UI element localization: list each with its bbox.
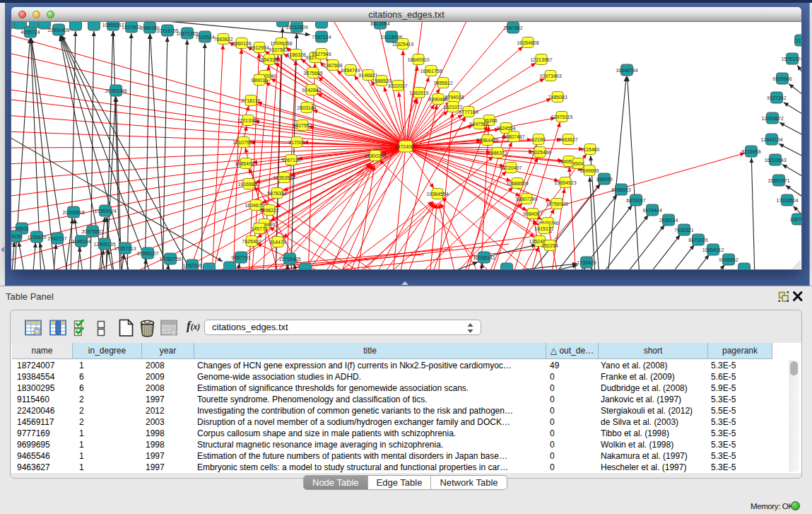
svg-text:9227342: 9227342 xyxy=(767,95,786,100)
svg-text:7663822: 7663822 xyxy=(213,37,233,42)
svg-text:15136141: 15136141 xyxy=(473,255,495,260)
svg-text:9115460: 9115460 xyxy=(581,147,600,152)
svg-text:1362615: 1362615 xyxy=(409,90,428,95)
svg-text:10654112: 10654112 xyxy=(702,247,724,252)
svg-text:1733426: 1733426 xyxy=(577,260,596,265)
svg-text:16543362: 16543362 xyxy=(258,57,280,62)
svg-text:39159: 39159 xyxy=(11,234,23,239)
svg-text:8322037: 8322037 xyxy=(388,83,407,88)
svg-text:16961758: 16961758 xyxy=(420,69,442,74)
svg-text:1588520: 1588520 xyxy=(372,78,391,83)
svg-text:10807487: 10807487 xyxy=(502,134,524,139)
svg-text:9245652: 9245652 xyxy=(719,257,738,262)
svg-text:9699695: 9699695 xyxy=(579,168,599,173)
svg-text:16033809: 16033809 xyxy=(286,25,307,30)
svg-text:18807249: 18807249 xyxy=(515,197,537,201)
svg-text:3824554: 3824554 xyxy=(496,126,515,131)
svg-text:20364486: 20364486 xyxy=(476,138,498,143)
svg-text:8454749: 8454749 xyxy=(341,68,360,73)
svg-text:16648784: 16648784 xyxy=(616,68,637,73)
svg-text:8427552: 8427552 xyxy=(293,123,312,128)
svg-text:2803144: 2803144 xyxy=(297,105,316,110)
svg-text:8938923: 8938923 xyxy=(611,187,630,192)
svg-text:19384554: 19384554 xyxy=(426,192,448,197)
svg-text:8471676: 8471676 xyxy=(688,238,707,243)
svg-text:19854923: 19854923 xyxy=(235,161,257,166)
svg-text:7515524: 7515524 xyxy=(195,35,214,40)
svg-text:1156829: 1156829 xyxy=(28,235,47,240)
svg-text:9777169: 9777169 xyxy=(459,110,478,115)
svg-text:1112: 1112 xyxy=(796,38,801,43)
svg-text:1615132: 1615132 xyxy=(534,226,553,231)
svg-text:164095: 164095 xyxy=(596,177,612,182)
svg-text:12444134: 12444134 xyxy=(760,137,782,142)
svg-text:20691406: 20691406 xyxy=(47,28,69,33)
svg-text:12213369: 12213369 xyxy=(237,118,259,123)
svg-text:10973493: 10973493 xyxy=(539,74,561,78)
svg-text:9463627: 9463627 xyxy=(558,137,577,142)
svg-text:9904: 9904 xyxy=(572,161,584,166)
svg-text:15720407: 15720407 xyxy=(500,165,522,170)
svg-text:4055724: 4055724 xyxy=(20,30,40,35)
svg-text:5878332: 5878332 xyxy=(267,191,286,196)
svg-text:10025488: 10025488 xyxy=(529,150,551,155)
svg-text:9327546: 9327546 xyxy=(312,52,331,57)
svg-text:8186328: 8186328 xyxy=(286,52,305,57)
svg-text:9657791: 9657791 xyxy=(231,255,250,260)
svg-text:2718176: 2718176 xyxy=(241,98,260,103)
svg-text:16210643: 16210643 xyxy=(764,158,786,163)
svg-text:6794028: 6794028 xyxy=(445,95,464,100)
svg-text:8813054: 8813054 xyxy=(370,22,389,26)
svg-text:20975867: 20975867 xyxy=(81,229,103,234)
svg-text:18107553: 18107553 xyxy=(233,140,254,145)
svg-text:9084067: 9084067 xyxy=(523,211,542,216)
svg-text:12093872: 12093872 xyxy=(761,116,783,121)
svg-text:10958107: 10958107 xyxy=(136,251,158,256)
svg-text:10719155: 10719155 xyxy=(156,28,178,33)
svg-text:20206518: 20206518 xyxy=(62,210,84,215)
svg-text:8912954: 8912954 xyxy=(249,45,269,50)
svg-text:19756928: 19756928 xyxy=(546,201,567,206)
svg-text:917006: 917006 xyxy=(288,140,305,145)
svg-text:9242843: 9242843 xyxy=(302,88,321,93)
svg-text:11325419: 11325419 xyxy=(392,42,414,47)
svg-text:15716485: 15716485 xyxy=(278,257,300,262)
svg-text:16782759: 16782759 xyxy=(159,257,181,262)
svg-text:15751074: 15751074 xyxy=(781,57,801,62)
svg-text:17359924: 17359924 xyxy=(94,209,116,214)
svg-text:95501: 95501 xyxy=(15,226,29,231)
svg-text:12975115: 12975115 xyxy=(551,115,573,119)
svg-text:17016504: 17016504 xyxy=(776,198,798,203)
svg-text:914479: 914479 xyxy=(269,240,286,245)
svg-text:8215958: 8215958 xyxy=(741,149,760,154)
svg-text:3267130: 3267130 xyxy=(281,158,300,163)
svg-text:10655267: 10655267 xyxy=(102,23,124,28)
svg-text:7955812: 7955812 xyxy=(433,81,452,86)
svg-text:18640910: 18640910 xyxy=(407,57,429,62)
svg-text:252254: 252254 xyxy=(541,243,558,248)
svg-text:3675685: 3675685 xyxy=(303,71,322,76)
svg-text:6497568: 6497568 xyxy=(469,122,488,127)
svg-text:12353594: 12353594 xyxy=(273,175,295,180)
svg-text:20053346: 20053346 xyxy=(105,88,126,93)
svg-text:7485083: 7485083 xyxy=(548,95,567,100)
svg-text:116753: 116753 xyxy=(790,217,801,222)
svg-text:17357213: 17357213 xyxy=(114,246,136,251)
svg-text:989016: 989016 xyxy=(251,78,267,83)
svg-text:15692971: 15692971 xyxy=(767,178,789,183)
svg-text:2942737: 2942737 xyxy=(47,236,66,241)
svg-text:9860128: 9860128 xyxy=(232,41,251,46)
svg-text:62160: 62160 xyxy=(531,137,546,142)
svg-text:18300295: 18300295 xyxy=(364,153,386,158)
svg-text:2367608: 2367608 xyxy=(323,63,342,68)
svg-text:7986372: 7986372 xyxy=(488,151,507,156)
svg-text:10688609: 10688609 xyxy=(506,181,528,186)
svg-text:9146821: 9146821 xyxy=(358,73,377,78)
svg-text:7357224: 7357224 xyxy=(312,35,331,40)
svg-text:1292346: 1292346 xyxy=(182,263,201,268)
svg-text:2087682: 2087682 xyxy=(503,25,522,30)
svg-text:6879197: 6879197 xyxy=(626,198,645,203)
svg-text:1145194: 1145194 xyxy=(72,239,91,244)
svg-text:1527602: 1527602 xyxy=(122,25,141,30)
svg-text:7625402: 7625402 xyxy=(242,239,261,244)
